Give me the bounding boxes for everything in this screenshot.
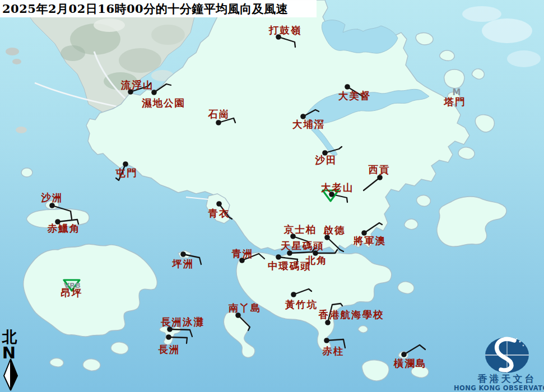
compass-north-letter: N xyxy=(2,343,16,362)
station-label: 沙田 xyxy=(315,155,337,166)
north-arrow: 北 N xyxy=(2,328,18,390)
station-dot xyxy=(325,320,331,325)
map-title: 2025年2月02日16時00分的十分鐘平均風向及風速 xyxy=(0,1,288,17)
station-label: 屯門 xyxy=(115,167,138,179)
station-stanley: 赤柱 xyxy=(322,338,346,357)
station-label: 啟德 xyxy=(323,225,346,236)
wind-barb xyxy=(404,345,425,354)
station-label: 青衣 xyxy=(208,208,230,219)
title-bar: 2025年2月02日16時00分的十分鐘平均風向及風速 xyxy=(0,0,317,17)
station-dot xyxy=(345,84,350,90)
map: 打鼓嶺流浮山濕地公園石崗大美督M塔門大埔滘沙田屯門西貢大老山沙洲赤鱲角青衣京士柏… xyxy=(0,0,544,392)
station-cheung-chau: 長洲 xyxy=(158,334,188,355)
wind-map-canvas: 打鼓嶺流浮山濕地公園石崗大美督M塔門大埔滘沙田屯門西貢大老山沙洲赤鱲角青衣京士柏… xyxy=(0,0,544,392)
station-label: 大老山 xyxy=(321,182,354,193)
station-dot xyxy=(276,254,281,260)
station-dot xyxy=(324,338,329,343)
station-dot xyxy=(151,90,157,95)
station-dot xyxy=(123,161,128,167)
hko-logo: 香港天文台 HONG KONG OBSERVATORY xyxy=(454,337,544,392)
station-label: 昂坪 xyxy=(61,287,83,298)
hko-logo-name-cjk: 香港天文台 xyxy=(477,373,537,384)
station-label: 黃竹坑 xyxy=(285,299,318,310)
tsing-ma-bridge xyxy=(186,197,208,199)
station-label: 大埔滘 xyxy=(292,119,326,130)
tap-mun-island xyxy=(444,69,464,88)
station-dot xyxy=(49,203,55,208)
station-label: 香港航海學校 xyxy=(318,309,384,320)
station-dot xyxy=(401,352,407,357)
station-label: 石崗 xyxy=(208,109,230,120)
station-label: 大美督 xyxy=(338,90,371,101)
station-label: 坪洲 xyxy=(172,258,194,269)
station-dot xyxy=(291,292,296,297)
compass-needle-east xyxy=(11,359,17,390)
station-label: 長洲 xyxy=(158,344,180,355)
lantau-island xyxy=(24,244,157,337)
station-waglan-island: 橫瀾島 xyxy=(393,345,427,369)
station-dot xyxy=(377,175,383,180)
station-label: 將軍澳 xyxy=(353,235,387,246)
hko-logo-name-en: HONG KONG OBSERVATORY xyxy=(454,384,544,392)
station-dot xyxy=(166,334,171,340)
station-ngong-ping: VRB昂坪 xyxy=(61,280,83,298)
station-label: 赤鱲角 xyxy=(47,223,81,234)
station-label: 京士柏 xyxy=(283,224,317,235)
compass-needle-west xyxy=(4,359,11,390)
station-label: 西貢 xyxy=(368,164,390,175)
lamma xyxy=(224,312,255,357)
station-dot xyxy=(180,251,186,257)
station-label: 橫瀾島 xyxy=(393,358,427,369)
station-dot xyxy=(216,201,222,207)
station-dot xyxy=(216,120,221,125)
cloud-haze xyxy=(462,6,541,67)
station-label: 赤柱 xyxy=(322,346,345,357)
station-tap-mun: M塔門 xyxy=(444,87,466,108)
station-label: 長洲泳灘 xyxy=(160,316,204,328)
station-label: 天星碼頭 xyxy=(280,240,324,251)
station-label: 中環碼頭 xyxy=(268,260,311,272)
station-label: 塔門 xyxy=(444,96,466,108)
station-label: 濕地公園 xyxy=(141,97,185,109)
starling-inlet xyxy=(322,20,398,54)
station-label: 沙洲 xyxy=(41,192,63,203)
station-label: 青洲 xyxy=(231,248,254,259)
station-label: 打鼓嶺 xyxy=(268,25,302,36)
sai-kung-east xyxy=(437,197,506,246)
station-label: 流浮山 xyxy=(120,80,154,91)
station-label: 南丫島 xyxy=(229,302,262,314)
